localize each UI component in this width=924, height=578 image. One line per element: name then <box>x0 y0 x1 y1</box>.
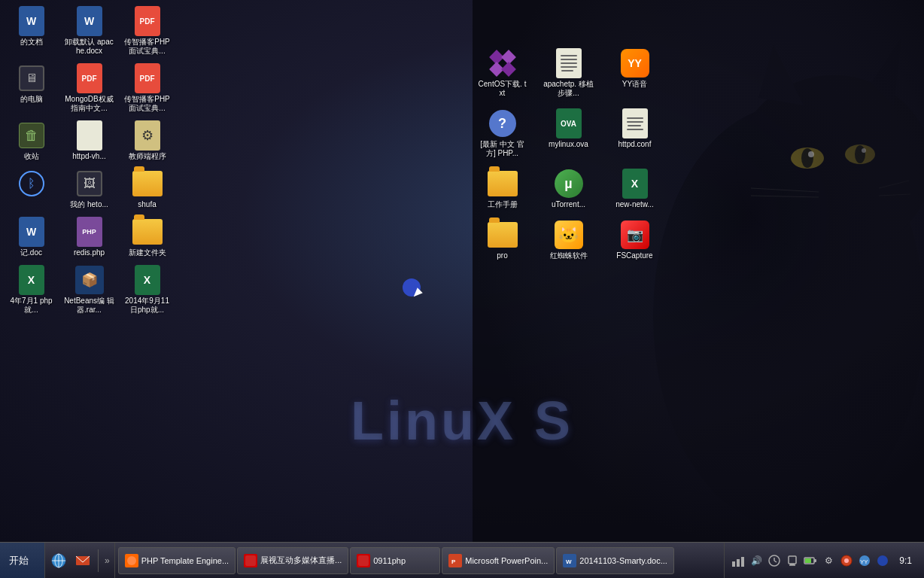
taskbar-item-label: PHP Template Engine... <box>141 556 229 565</box>
tray-icon-2[interactable] <box>767 553 782 568</box>
tray-icon-1[interactable]: 🔊 <box>749 553 764 568</box>
desktop-icon-fscapture[interactable]: 📷 FSCapture <box>606 217 663 263</box>
folder-icon <box>488 222 518 248</box>
tray-icon-7[interactable]: YY <box>857 553 872 568</box>
taskbar-item-icon: P <box>448 554 462 567</box>
taskbar-item-powerpoint[interactable]: P Microsoft PowerPoin... <box>442 547 555 574</box>
desktop-icon-apachetp[interactable]: apachetp. 移植步骤... <box>540 45 597 101</box>
icon-label: apachetp. 移植步骤... <box>543 80 594 98</box>
taskbar-item-zhanshi[interactable]: 展视互动多媒体直播... <box>237 547 348 574</box>
right-icon-area: CentOS下载. txt apachetp. 移植步骤... YY YY语音 <box>474 45 668 263</box>
desktop-icon-uninstall-apache[interactable]: W 卸载默认 apache.docx <box>61 3 117 59</box>
desktop-icon-redis-php[interactable]: PHP redis.php <box>61 214 117 260</box>
taskbar-item-php-template[interactable]: PHP Template Engine... <box>118 547 236 574</box>
desktop-icon-recv[interactable]: 🗑 收站 <box>3 117 59 164</box>
icon-label: 卸载默认 apache.docx <box>64 38 114 56</box>
desktop-icon-shufa[interactable]: shufa <box>119 166 175 212</box>
taskbar-item-label: 20141103-Smarty.doc... <box>579 556 667 565</box>
icon-label: [最新 中文 官方] PHP... <box>477 140 527 158</box>
yy-icon: YY <box>621 49 649 78</box>
taskbar-separator <box>98 549 99 572</box>
icon-label: 2014年9月11 日php就... <box>122 297 172 315</box>
icon-label: httpd.conf <box>619 140 652 149</box>
svg-rect-27 <box>358 555 369 566</box>
taskbar: 开始 » PHP Template Engine... <box>0 542 924 578</box>
desktop-icon-httpd-vh[interactable]: httpd-vh... <box>61 117 117 164</box>
desktop-icon-work-manual[interactable]: 工作手册 <box>474 166 530 212</box>
svg-point-25 <box>127 556 136 565</box>
utorrent-icon: µ <box>555 169 583 198</box>
icon-label: 4年7月1 php就... <box>6 297 56 315</box>
desktop-icon-mongodb[interactable]: PDF MongoDB权威 指南中文... <box>61 60 117 116</box>
word-icon: W <box>19 6 44 36</box>
desktop-icon-httpd-conf[interactable]: httpd.conf <box>606 105 663 161</box>
question-icon: ? <box>489 110 516 137</box>
svg-rect-32 <box>732 561 735 567</box>
tray-icon-4[interactable] <box>803 553 818 568</box>
start-button[interactable]: 开始 <box>0 543 45 579</box>
desktop-icon-php-official[interactable]: ? [最新 中文 官方] PHP... <box>474 105 530 161</box>
taskbar-item-icon <box>357 554 370 567</box>
taskbar-item-smarty[interactable]: W 20141103-Smarty.doc... <box>556 547 674 574</box>
icon-label: shufa <box>138 200 156 209</box>
icon-label: YY语音 <box>622 80 647 89</box>
pdf-icon: PDF <box>135 63 160 93</box>
computer-icon: 🖥 <box>19 65 44 91</box>
desktop-icon-php-sep[interactable]: X 2014年9月11 日php就... <box>119 262 175 318</box>
tray-icon-8[interactable] <box>875 553 890 568</box>
netbeans-icon: 📦 <box>75 266 104 294</box>
desktop-icon-yy-voice[interactable]: YY YY语音 <box>606 45 663 101</box>
taskbar-item-label: 0911php <box>373 556 406 565</box>
ova-icon: OVA <box>556 108 582 138</box>
desktop-icon-php-interview[interactable]: PDF 传智播客PHP 面试宝典... <box>119 3 175 59</box>
svg-rect-34 <box>741 557 744 567</box>
desktop-icon-centos-dl[interactable]: CentOS下载. txt <box>474 45 530 101</box>
tray-network-icon[interactable] <box>731 553 746 568</box>
tray-icon-3[interactable] <box>785 553 800 568</box>
desktop-icon-netbeans[interactable]: 📦 NetBeans编 辑器.rar... <box>61 262 117 318</box>
conf-icon <box>622 108 648 138</box>
desktop-icon-mylinux-ova[interactable]: OVA mylinux.ova <box>540 105 597 161</box>
svg-text:W: W <box>566 558 572 565</box>
tray-icon-6[interactable] <box>839 553 854 568</box>
taskbar-arrow[interactable]: » <box>103 555 111 566</box>
icon-label: 传智播客PHP 面试宝典... <box>122 38 172 56</box>
taskbar-item-0911php[interactable]: 0911php <box>350 547 440 574</box>
system-tray: 🔊 ⚙ <box>724 543 924 579</box>
xls-icon: X <box>622 169 648 199</box>
icon-label: 我的 heto... <box>70 200 108 209</box>
xls-icon: X <box>135 265 160 295</box>
desktop: LinuX S W 的文档 W 卸载默认 apache.docx PDF 传智播… <box>0 0 924 542</box>
svg-rect-43 <box>814 559 816 562</box>
desktop-icon-my-computer[interactable]: 🖥 的电脑 <box>3 60 59 116</box>
icon-label: 的文档 <box>20 38 43 47</box>
quick-email-icon[interactable] <box>72 550 93 571</box>
desktop-icon-utorrent[interactable]: µ uTorrent... <box>540 166 597 212</box>
desktop-icon-new-network[interactable]: X new-netw... <box>606 166 663 212</box>
desktop-icon-bluetooth[interactable]: ᛒ <box>3 166 59 212</box>
start-label: 开始 <box>9 554 29 567</box>
desktop-icon-my-doc[interactable]: W 的文档 <box>3 3 59 59</box>
folder-icon <box>488 171 518 196</box>
taskbar-item-icon: W <box>563 554 576 567</box>
icon-label: CentOS下载. txt <box>477 80 527 98</box>
svg-rect-19 <box>501 62 516 77</box>
conf-icon <box>77 120 102 151</box>
desktop-icon-pro[interactable]: pro <box>474 217 530 263</box>
tray-icon-5[interactable]: ⚙ <box>821 553 836 568</box>
capture-icon: 📷 <box>621 221 649 249</box>
system-clock: 9:1 <box>893 555 918 566</box>
taskbar-item-label: 展视互动多媒体直播... <box>260 555 342 566</box>
taskbar-item-icon <box>244 554 257 567</box>
desktop-icon-hongzhizhu[interactable]: 🐱 红蜘蛛软件 <box>540 217 597 263</box>
icon-label: NetBeans编 辑器.rar... <box>64 297 114 315</box>
pdf-icon: PDF <box>135 6 160 36</box>
desktop-icon-php-interview2[interactable]: PDF 传智播客PHP 面试宝典... <box>119 60 175 116</box>
desktop-icon-note-doc[interactable]: W 记.doc <box>3 214 59 260</box>
quick-browser-icon[interactable] <box>48 550 69 571</box>
desktop-icon-teacher-prog[interactable]: ⚙ 教师端程序 <box>119 117 175 164</box>
desktop-icon-php-aug[interactable]: X 4年7月1 php就... <box>3 262 59 318</box>
desktop-icon-new-folder[interactable]: 新建文件夹 <box>119 214 175 260</box>
desktop-icon-my-photo[interactable]: 🖼 我的 heto... <box>61 166 117 212</box>
php-icon: PHP <box>77 217 102 247</box>
